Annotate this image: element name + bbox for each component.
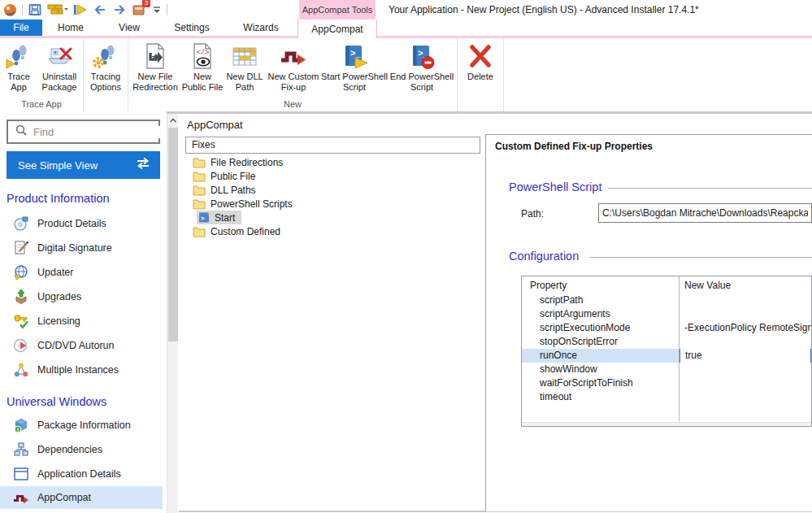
quick-access-toolbar: 3 — [3, 2, 167, 18]
back-icon[interactable] — [93, 2, 107, 17]
properties-header: Custom Defined Fix-up Properties — [495, 141, 653, 152]
table-row-timeout[interactable]: timeout — [522, 390, 811, 404]
new-public-file-label: New Public File — [181, 72, 224, 93]
ribbon: Trace App Uninstall Package Trace App Tr… — [0, 38, 812, 111]
appcompat-panel: AppCompat Fixes File Redirections Public… — [180, 114, 484, 511]
sidebar-item-cd-dvd-autorun[interactable]: CD/DVD Autorun — [0, 333, 163, 358]
build-icon[interactable] — [47, 2, 68, 17]
find-box — [7, 120, 160, 144]
runonce-value-editor[interactable]: true — [680, 349, 811, 363]
section-product-information: Product Information — [7, 192, 110, 205]
sidebar-item-upgrades[interactable]: Upgrades — [0, 285, 163, 309]
notifications-icon[interactable]: 3 — [132, 2, 147, 17]
table-row-scriptarguments[interactable]: scriptArguments — [522, 307, 811, 321]
dependencies-icon — [13, 441, 29, 458]
sidebar-item-updater[interactable]: Updater — [0, 260, 163, 285]
qat-separator — [22, 4, 23, 15]
sidebar-item-dependencies[interactable]: Dependencies — [0, 437, 163, 462]
window-title: Your Application - New Project (English … — [389, 0, 699, 20]
sidebar-item-application-details[interactable]: Application Details — [0, 462, 163, 486]
folder-icon — [193, 157, 206, 168]
delete-button[interactable]: Delete — [458, 40, 502, 98]
tab-settings[interactable]: Settings — [159, 20, 224, 36]
title-bar: 3 AppCompat Tools Your Application - New… — [0, 0, 812, 20]
application-details-icon — [13, 466, 29, 482]
run-project-icon[interactable] — [73, 2, 88, 17]
sidebar-item-appcompat[interactable]: AppCompat — [0, 486, 163, 509]
new-file-redirection-button[interactable]: New File Redirection — [129, 40, 181, 98]
tree-item-file-redirections[interactable]: File Redirections — [185, 155, 480, 169]
tracing-options-label: Tracing Options — [85, 72, 127, 93]
tab-file[interactable]: File — [0, 20, 42, 36]
scrollbar-thumb[interactable] — [168, 128, 178, 341]
advanced-installer-window: 3 AppCompat Tools Your Application - New… — [0, 0, 812, 513]
ribbon-group-delete: Delete — [458, 38, 504, 111]
table-row-showwindow[interactable]: showWindow — [522, 363, 811, 376]
qat-dropdown-icon[interactable] — [152, 4, 162, 15]
configuration-table: Property New Value scriptPath scriptArgu… — [521, 276, 812, 427]
ribbon-group-tracing-options: Tracing Options — [84, 38, 128, 111]
powershell-script-section-title: PowerShell Script — [509, 180, 608, 193]
new-public-file-button[interactable]: </> New Public File — [181, 40, 224, 98]
scroll-up-icon[interactable] — [167, 114, 179, 127]
table-row-stoponscripterror[interactable]: stopOnScriptError — [522, 335, 811, 349]
configuration-section-title: Configuration — [509, 250, 585, 263]
sidebar-item-product-details[interactable]: Product Details — [0, 211, 163, 236]
tracing-options-button[interactable]: Tracing Options — [85, 40, 127, 98]
digital-signature-icon — [13, 240, 29, 256]
column-header-property[interactable]: Property — [522, 280, 679, 291]
tab-view[interactable]: View — [99, 20, 159, 36]
end-powershell-script-label: End PowerShell Script — [388, 72, 456, 93]
table-row-waitforscripttofinish[interactable]: waitForScriptToFinish — [522, 376, 811, 390]
sidebar: See Simple View Product Information Prod… — [0, 114, 163, 513]
ribbon-group-new: New File Redirection </> New Public File… — [128, 38, 458, 111]
tab-appcompat[interactable]: AppCompat — [297, 20, 377, 38]
switch-view-icon — [136, 157, 150, 173]
powershell-script-icon: > — [198, 211, 211, 224]
folder-icon — [193, 171, 206, 182]
contextual-tab-group[interactable]: AppCompat Tools — [299, 0, 376, 20]
sidebar-item-digital-signature[interactable]: Digital Signature — [0, 236, 163, 260]
path-input[interactable] — [598, 203, 812, 223]
save-icon[interactable] — [28, 2, 42, 17]
folder-icon — [193, 198, 206, 210]
uninstall-package-button[interactable]: Uninstall Package — [37, 40, 82, 98]
trace-app-icon — [5, 42, 33, 70]
table-row-scriptpath[interactable]: scriptPath — [522, 293, 811, 307]
forward-icon[interactable] — [112, 2, 127, 17]
section-rule — [590, 257, 812, 258]
tree-item-dll-paths[interactable]: DLL Paths — [185, 183, 480, 197]
upgrades-icon — [13, 289, 29, 305]
table-horizontal-scrollbar[interactable] — [522, 422, 811, 426]
package-information-icon: i — [13, 417, 29, 433]
sidebar-item-package-information[interactable]: i Package Information — [0, 413, 163, 437]
new-dll-path-button[interactable]: New DLL Path — [224, 40, 266, 98]
tab-home[interactable]: Home — [42, 20, 99, 36]
column-header-new-value[interactable]: New Value — [679, 280, 811, 291]
table-row-scriptexecutionmode[interactable]: scriptExecutionMode -ExecutionPolicy Rem… — [522, 321, 811, 335]
properties-pane: Custom Defined Fix-up Properties PowerSh… — [485, 134, 812, 511]
end-powershell-script-button[interactable]: >_ End PowerShell Script — [388, 40, 456, 98]
tab-wizards[interactable]: Wizards — [224, 20, 297, 36]
find-input[interactable] — [33, 126, 176, 138]
folder-icon — [193, 226, 206, 237]
new-custom-fixup-button[interactable]: New Custom Fix-up — [266, 40, 321, 98]
sidebar-scrollbar[interactable] — [167, 114, 178, 513]
trace-app-button[interactable]: Trace App — [1, 40, 37, 98]
sidebar-item-multiple-instances[interactable]: Multiple Instances — [0, 358, 163, 382]
new-public-file-icon: </> — [189, 42, 216, 70]
notification-badge: 3 — [142, 0, 150, 7]
app-logo-icon[interactable] — [3, 3, 17, 17]
sidebar-item-licensing[interactable]: Licensing — [0, 309, 163, 333]
see-simple-view-button[interactable]: See Simple View — [7, 151, 160, 179]
new-custom-fixup-icon — [280, 42, 307, 70]
licensing-icon — [13, 313, 29, 329]
tree-item-start[interactable]: > Start — [185, 211, 480, 224]
start-powershell-script-button[interactable]: >_ Start PowerShell Script — [321, 40, 388, 98]
fixes-column-header[interactable]: Fixes — [185, 137, 480, 154]
see-simple-view-label: See Simple View — [18, 159, 136, 172]
tree-item-custom-defined[interactable]: Custom Defined — [185, 224, 480, 238]
tree-item-public-file[interactable]: Public File — [185, 169, 480, 183]
table-row-runonce[interactable]: runOnce true — [522, 349, 811, 363]
tree-item-powershell-scripts[interactable]: PowerShell Scripts — [185, 197, 480, 211]
